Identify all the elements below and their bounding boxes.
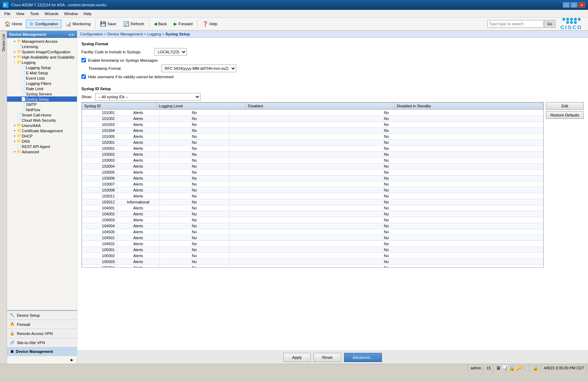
breadcrumb-device-mgmt[interactable]: Device Management [107,32,143,36]
table-row[interactable]: 101002AlertsNoNo [82,116,543,122]
table-row[interactable]: 103005AlertsNoNo [82,169,543,175]
table-row[interactable]: 105003AlertsNoNo [82,259,543,265]
reset-button[interactable]: Reset [313,353,341,362]
timestamp-checkbox[interactable] [81,58,86,62]
table-row[interactable]: 103003AlertsNoNo [82,158,543,163]
hide-username-checkbox[interactable] [81,74,86,79]
table-row[interactable]: 104002AlertsNoNo [82,211,543,217]
monitoring-button[interactable]: 📊 Monitoring [62,20,94,28]
sidebar-collapse-icon[interactable]: ◁ [68,33,71,36]
back-button[interactable]: ◀ Back [151,20,170,28]
go-button[interactable]: Go [544,20,556,28]
table-row[interactable]: 103012InformationalNoNo [82,199,543,205]
menu-wizards[interactable]: Wizards [42,11,61,16]
table-row[interactable]: 105002AlertsNoNo [82,253,543,259]
sidebar-item-event-lists[interactable]: 📄 Event Lists [7,75,77,81]
maximize-button[interactable]: □ [570,2,577,8]
sidebar-item-logging-setup[interactable]: 📄 Logging Setup [7,65,77,70]
table-row[interactable]: 103006AlertsNoNo [82,175,543,181]
table-row[interactable]: 101004AlertsNoNo [82,128,543,134]
table-row[interactable]: 104004AlertsNoNo [82,223,543,229]
table-row[interactable]: 103001AlertsNoNo [82,146,543,152]
menu-tools[interactable]: Tools [27,11,42,16]
sidebar-item-logging-filters[interactable]: 📄 Logging Filters [7,81,77,86]
menu-file[interactable]: File [1,11,13,16]
status-icons: 🖥 📊 🔒 🔑 [494,364,524,371]
timestamp-format-select[interactable]: RFC 5424(yyyy-MM-ddTHH:mm:ssZ) MM/DD/YYY… [161,65,236,72]
close-button[interactable]: ✕ [578,2,585,8]
sidebar-item-syslog-setup[interactable]: 📄 Syslog Setup [7,96,77,102]
sidebar-item-system-image[interactable]: + 📁 System Image/Configuration [7,49,77,54]
nav-device-setup[interactable]: 🔧 Device Setup [7,311,77,320]
advanced-button[interactable]: Advanced... [344,353,382,362]
breadcrumb-syslog-setup: Syslog Setup [165,32,190,36]
expander-logging: - [13,61,17,64]
sidebar-item-netflow[interactable]: 📄 NetFlow [7,107,77,112]
expander-syslog-servers [17,92,21,96]
table-row[interactable]: 104501AlertsNoNo [82,235,543,241]
table-scroll-body[interactable]: 101001AlertsNoNo101002AlertsNoNo101003Al… [82,109,543,267]
edit-button[interactable]: Edit [546,102,584,110]
table-row[interactable]: 105004AlertsNoNo [82,265,543,268]
menu-window[interactable]: Window [61,11,81,16]
menu-help[interactable]: Help [81,11,94,16]
help-button[interactable]: ❓ Help [199,20,221,28]
sidebar-item-high-availability[interactable]: + 📁 High Availability and Scalability [7,54,77,60]
refresh-button[interactable]: 🔄 Refresh [120,20,147,28]
table-row[interactable]: 103004AlertsNoNo [82,163,543,169]
sidebar-item-users-aaa[interactable]: + 📁 Users/AAA [7,123,77,128]
sidebar-label: Syslog Servers [26,92,52,96]
sidebar-item-syslog-servers[interactable]: 📄 Syslog Servers [7,91,77,96]
nav-remote-access-vpn[interactable]: 🔒 Remote Access VPN [7,329,77,338]
sidebar-item-licensing[interactable]: 📄 Licensing [7,44,77,49]
home-button[interactable]: 🏠 Home [1,20,25,28]
configuration-button[interactable]: ⚙ Configuration [26,20,61,28]
td-disabled: No [159,253,230,259]
nav-device-management[interactable]: 🖥 Device Management [7,347,77,356]
sidebar-item-rest-api-agent[interactable]: 📄 REST API Agent [7,144,77,149]
action-bar: Apply Reset Advanced... [77,350,588,364]
table-row[interactable]: 101003AlertsNoNo [82,122,543,128]
table-row[interactable]: 103007AlertsNoNo [82,181,543,187]
menu-view[interactable]: View [13,11,27,16]
device-list-tab[interactable]: Device List [0,31,7,54]
show-select[interactable]: -- All syslog IDs -- Enabled only Disabl… [95,93,200,101]
sidebar-expand-icon[interactable]: ▷ [72,33,75,36]
table-row[interactable]: 104003AlertsNoNo [82,217,543,223]
sidebar-item-cloud-web-security[interactable]: 📄 Cloud Web Security [7,118,77,123]
table-row[interactable]: 104500AlertsNoNo [82,229,543,235]
table-row[interactable]: 103002AlertsNoNo [82,152,543,158]
table-row[interactable]: 102001AlertsNoNo [82,140,543,146]
sidebar-item-dhcp[interactable]: + 📁 DHCP [7,133,77,139]
sidebar-item-email-setup[interactable]: 📄 E-Mail Setup [7,70,77,75]
sidebar-item-dns[interactable]: + 📁 DNS [7,139,77,144]
save-button[interactable]: 💾 Save [97,20,119,28]
forward-button[interactable]: ▶ Forward [171,20,196,28]
facility-select[interactable]: LOCAL7(23) LOCAL0 LOCAL1 [154,48,187,56]
table-row[interactable]: 103008AlertsNoNo [82,187,543,193]
sidebar-item-certificate-management[interactable]: + 📁 Certificate Management [7,128,77,133]
sidebar-label: Cloud Web Security [22,118,56,122]
table-row[interactable]: 101001AlertsNoNo [82,110,543,116]
minimize-button[interactable]: ─ [563,2,570,8]
apply-button[interactable]: Apply [283,353,311,362]
table-row[interactable]: 104502AlertsNoNo [82,241,543,247]
nav-site-to-site-vpn[interactable]: 🔗 Site-to-Site VPN [7,338,77,347]
table-row[interactable]: 103011AlertsNoNo [82,193,543,199]
sidebar-item-management-access[interactable]: + 📁 Management Access [7,39,77,44]
breadcrumb-logging[interactable]: Logging [147,32,161,36]
sidebar-item-smtp[interactable]: 📄 SMTP [7,102,77,107]
nav-firewall[interactable]: 🔥 Firewall [7,320,77,329]
nav-expand-arrow[interactable]: ► [7,356,77,364]
td-syslog-id: 105001 [82,247,117,253]
search-input[interactable] [487,20,543,28]
breadcrumb-config[interactable]: Configuration [80,32,103,36]
sidebar-item-logging[interactable]: - 📁 Logging [7,60,77,65]
sidebar-item-rate-limit[interactable]: 📄 Rate Limit [7,86,77,91]
table-row[interactable]: 104001AlertsNoNo [82,205,543,211]
sidebar-item-smart-call-home[interactable]: 📄 Smart Call-Home [7,112,77,118]
sidebar-item-advanced[interactable]: + 📁 Advanced [7,149,77,154]
table-row[interactable]: 101005AlertsNoNo [82,134,543,140]
table-row[interactable]: 105001AlertsNoNo [82,247,543,253]
restore-defaults-button[interactable]: Restore Defaults [546,111,584,119]
